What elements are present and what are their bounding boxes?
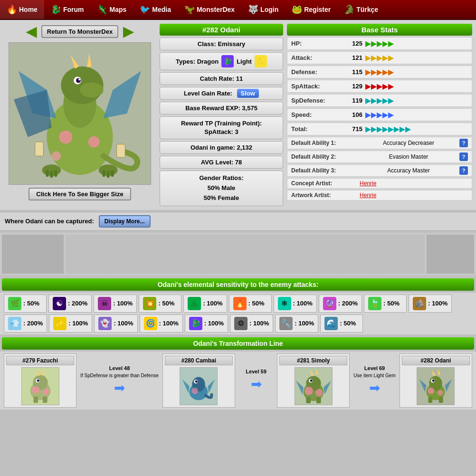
- return-button[interactable]: Return To MonsterDex: [41, 25, 118, 38]
- svg-rect-13: [50, 171, 53, 178]
- ad-right: [427, 235, 474, 274]
- elem-icon-8: 🍃: [368, 297, 381, 310]
- svg-rect-14: [54, 170, 57, 177]
- center-panel: #282 Odani Class: Emissary Types: Dragon…: [160, 24, 283, 206]
- svg-point-52: [305, 387, 313, 395]
- svg-point-30: [37, 380, 39, 382]
- svg-rect-35: [33, 396, 38, 403]
- next-arrow-button[interactable]: ▶: [123, 24, 133, 39]
- elem-item-15: ⚙ : 100%: [230, 314, 273, 333]
- elem-icon-15: ⚙: [234, 317, 248, 330]
- prev-arrow-button[interactable]: ◀: [26, 24, 37, 39]
- elem-icon-6: ❄: [278, 297, 291, 310]
- elem-item-7: 🔮 : 200%: [319, 295, 362, 313]
- svg-point-7: [78, 78, 80, 80]
- ability-1-help-button[interactable]: ?: [459, 139, 468, 147]
- nav-turkce[interactable]: 🐊 Türkçe: [337, 0, 385, 19]
- elem-icon-0: 🌿: [8, 297, 21, 310]
- svg-point-31: [32, 386, 39, 394]
- ad-left: [2, 235, 64, 274]
- elem-item-17: 🌊 : 50%: [320, 314, 363, 333]
- svg-rect-16: [103, 170, 105, 177]
- transform-arrow-3: Level 69 Use item Light Gem ➡: [352, 363, 397, 398]
- svg-rect-18: [111, 170, 114, 177]
- nav-forum[interactable]: 🐉 Forum: [44, 0, 91, 19]
- transform-cambai[interactable]: #280 Cambai: [162, 353, 235, 408]
- ad-area: [0, 233, 476, 276]
- bigger-size-button[interactable]: Click Here To See Bigger Size: [29, 188, 131, 200]
- artwork-artist-link[interactable]: Henrie: [360, 192, 376, 199]
- transform-arrow-2: Level 59 ➡: [237, 367, 275, 394]
- concept-artist-link[interactable]: Henrie: [360, 180, 376, 187]
- ability-2-help-button[interactable]: ?: [459, 152, 468, 161]
- stat-total: Total: 715 ▶▶▶▶▶▶▶▶: [287, 123, 472, 135]
- fazuchi-image: [21, 367, 59, 405]
- register-icon: 🐸: [292, 4, 302, 15]
- stat-spattack: SpAttack: 129 ▶▶▶▶▶: [287, 80, 472, 93]
- nav-monsterdex[interactable]: 🦖 MonsterDex: [178, 0, 241, 19]
- login-icon: 🐺: [248, 4, 258, 15]
- avg-level: AVG Level: 78: [160, 156, 283, 169]
- nav-maps[interactable]: 🦎 Maps: [90, 0, 133, 19]
- elem-icon-11: ✨: [53, 317, 67, 330]
- elem-icon-4: 🌲: [188, 297, 201, 310]
- nav-media[interactable]: 🐦 Media: [133, 0, 178, 19]
- concept-artist-row: Concept Artist: Henrie: [287, 178, 472, 189]
- nav-login[interactable]: 🐺 Login: [241, 0, 285, 19]
- stat-defense: Defense: 115 ▶▶▶▶▶: [287, 66, 472, 78]
- fazuchi-title: #279 Fazuchi: [6, 356, 74, 365]
- svg-point-49: [310, 380, 312, 382]
- odani-image: [417, 367, 455, 405]
- svg-rect-12: [46, 170, 48, 177]
- turkce-icon: 🐊: [344, 4, 354, 15]
- svg-rect-36: [43, 396, 48, 403]
- elem-item-11: ✨ : 100%: [49, 314, 92, 333]
- elem-icon-1: ☯: [53, 297, 66, 310]
- transform-grid: #279 Fazuchi: [4, 353, 472, 408]
- svg-point-20: [88, 136, 100, 148]
- svg-point-62: [432, 380, 435, 382]
- cambai-title: #280 Cambai: [165, 356, 233, 365]
- svg-rect-69: [428, 397, 433, 403]
- elem-item-2: ☠ : 100%: [94, 295, 137, 313]
- nav-arrows: ◀ Return To MonsterDex ▶: [4, 24, 156, 39]
- svg-rect-23: [116, 144, 125, 158]
- monster-svg: [9, 43, 151, 184]
- svg-point-21: [51, 151, 61, 161]
- monster-image: [9, 42, 151, 185]
- elem-icon-14: 🐉: [189, 317, 202, 330]
- nav-register[interactable]: 🐸 Register: [285, 0, 337, 19]
- elem-icon-7: 🔮: [323, 297, 336, 310]
- display-more-button[interactable]: Display More...: [99, 215, 151, 228]
- transform-fazuchi[interactable]: #279 Fazuchi: [4, 353, 76, 408]
- elem-icon-16: 🔧: [279, 317, 293, 330]
- simoly-image: [295, 367, 333, 405]
- elem-item-5: 🔥 : 50%: [229, 295, 272, 313]
- elem-icon-3: 💥: [143, 297, 156, 310]
- svg-point-44: [192, 388, 199, 394]
- svg-point-41: [195, 381, 198, 383]
- nav-home[interactable]: 🔥 Home: [0, 0, 44, 19]
- spdefense-bars: ▶▶▶▶▶: [365, 96, 394, 105]
- transform-section: #279 Fazuchi: [0, 352, 476, 409]
- svg-rect-57: [316, 397, 321, 403]
- type-dragon-icon: 🐉: [221, 55, 234, 67]
- ability-3-help-button[interactable]: ?: [459, 166, 468, 175]
- transform-header: Odani's Transformation Line: [2, 337, 474, 350]
- elem-item-0: 🌿 : 50%: [4, 295, 47, 313]
- svg-point-32: [43, 389, 49, 395]
- arrow-right-icon-3: ➡: [369, 380, 380, 396]
- maps-icon: 🦎: [97, 4, 107, 15]
- level-gain-rate: Level Gain Rate: Slow: [160, 87, 283, 100]
- elem-item-4: 🌲 : 100%: [183, 295, 227, 313]
- svg-point-4: [80, 82, 104, 97]
- in-game-count: Odani in game: 2,132: [160, 141, 283, 154]
- elem-item-9: 🪨 : 100%: [409, 295, 452, 313]
- transform-simoly[interactable]: #281 Simoly: [277, 353, 350, 408]
- media-icon: 🐦: [140, 4, 150, 15]
- base-stats-header: Base Stats: [287, 24, 472, 36]
- transform-odani[interactable]: #282 Odani: [400, 353, 472, 408]
- svg-rect-17: [107, 171, 110, 178]
- ability-3-row: Default Ability 3: Accuracy Master ?: [287, 164, 472, 177]
- ability-1-row: Default Ability 1: Accuracy Decreaser ?: [287, 137, 472, 149]
